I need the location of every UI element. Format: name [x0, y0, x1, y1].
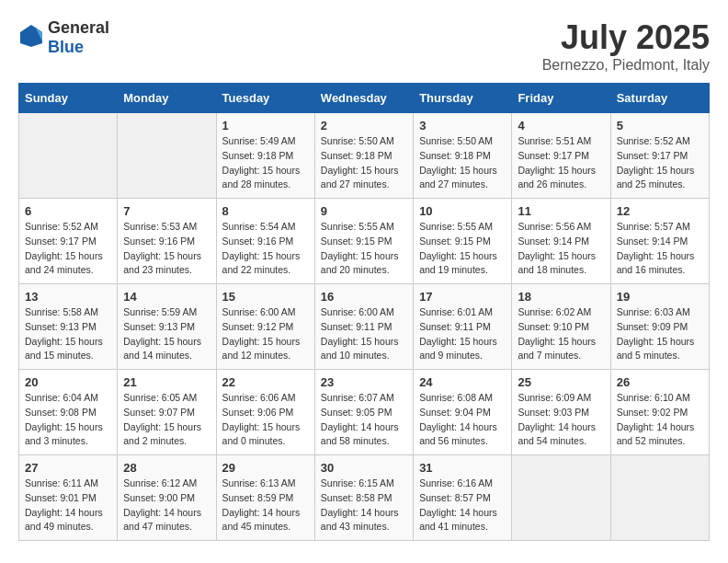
calendar-cell: 16Sunrise: 6:00 AMSunset: 9:11 PMDayligh…	[314, 284, 413, 370]
day-info: Sunrise: 6:08 AMSunset: 9:04 PMDaylight:…	[419, 391, 506, 449]
day-number: 30	[321, 461, 407, 475]
calendar-cell	[610, 455, 709, 541]
day-info: Sunrise: 5:50 AMSunset: 9:18 PMDaylight:…	[419, 134, 506, 192]
day-number: 7	[123, 204, 210, 218]
calendar-cell: 31Sunrise: 6:16 AMSunset: 8:57 PMDayligh…	[414, 455, 512, 541]
calendar-cell: 8Sunrise: 5:54 AMSunset: 9:16 PMDaylight…	[216, 199, 314, 284]
day-info: Sunrise: 6:03 AMSunset: 9:09 PMDaylight:…	[617, 305, 703, 363]
day-number: 24	[419, 375, 506, 389]
calendar-header-row: SundayMondayTuesdayWednesdayThursdayFrid…	[19, 84, 710, 113]
header-thursday: Thursday	[414, 84, 512, 113]
day-number: 3	[419, 119, 506, 132]
day-info: Sunrise: 5:55 AMSunset: 9:15 PMDaylight:…	[419, 220, 506, 278]
header-friday: Friday	[512, 84, 610, 113]
day-info: Sunrise: 5:59 AMSunset: 9:13 PMDaylight:…	[123, 305, 210, 363]
calendar-cell: 20Sunrise: 6:04 AMSunset: 9:08 PMDayligh…	[19, 370, 118, 455]
calendar-cell: 29Sunrise: 6:13 AMSunset: 8:59 PMDayligh…	[216, 455, 314, 541]
calendar-cell: 7Sunrise: 5:53 AMSunset: 9:16 PMDaylight…	[118, 199, 216, 284]
day-info: Sunrise: 6:02 AMSunset: 9:10 PMDaylight:…	[518, 305, 604, 363]
calendar-cell: 24Sunrise: 6:08 AMSunset: 9:04 PMDayligh…	[414, 370, 512, 455]
day-number: 15	[222, 290, 309, 304]
calendar-cell: 3Sunrise: 5:50 AMSunset: 9:18 PMDaylight…	[414, 113, 512, 199]
calendar-cell: 26Sunrise: 6:10 AMSunset: 9:02 PMDayligh…	[610, 370, 709, 455]
day-number: 16	[321, 290, 407, 304]
day-info: Sunrise: 5:57 AMSunset: 9:14 PMDaylight:…	[617, 220, 703, 278]
logo-text: General Blue	[48, 18, 109, 57]
calendar-cell	[512, 455, 610, 541]
day-info: Sunrise: 6:00 AMSunset: 9:12 PMDaylight:…	[222, 305, 309, 363]
calendar-cell: 27Sunrise: 6:11 AMSunset: 9:01 PMDayligh…	[19, 455, 118, 541]
calendar-cell: 21Sunrise: 6:05 AMSunset: 9:07 PMDayligh…	[118, 370, 216, 455]
day-info: Sunrise: 6:12 AMSunset: 9:00 PMDaylight:…	[123, 477, 210, 534]
day-number: 11	[518, 204, 604, 218]
day-number: 28	[123, 461, 210, 475]
calendar-cell: 4Sunrise: 5:51 AMSunset: 9:17 PMDaylight…	[512, 113, 610, 199]
day-number: 12	[617, 204, 703, 218]
day-number: 21	[123, 375, 210, 389]
day-info: Sunrise: 5:56 AMSunset: 9:14 PMDaylight:…	[518, 220, 604, 278]
calendar-cell: 13Sunrise: 5:58 AMSunset: 9:13 PMDayligh…	[19, 284, 118, 370]
day-info: Sunrise: 5:55 AMSunset: 9:15 PMDaylight:…	[321, 220, 407, 278]
title-area: July 2025 Bernezzo, Piedmont, Italy	[542, 18, 710, 74]
location-title: Bernezzo, Piedmont, Italy	[542, 57, 710, 74]
calendar-cell: 17Sunrise: 6:01 AMSunset: 9:11 PMDayligh…	[414, 284, 512, 370]
calendar-cell: 22Sunrise: 6:06 AMSunset: 9:06 PMDayligh…	[216, 370, 314, 455]
calendar-cell: 15Sunrise: 6:00 AMSunset: 9:12 PMDayligh…	[216, 284, 314, 370]
svg-marker-0	[20, 25, 42, 47]
calendar-week-4: 20Sunrise: 6:04 AMSunset: 9:08 PMDayligh…	[19, 370, 710, 455]
day-info: Sunrise: 6:16 AMSunset: 8:57 PMDaylight:…	[419, 477, 506, 534]
day-info: Sunrise: 6:04 AMSunset: 9:08 PMDaylight:…	[25, 391, 111, 449]
calendar-week-5: 27Sunrise: 6:11 AMSunset: 9:01 PMDayligh…	[19, 455, 710, 541]
calendar-cell: 9Sunrise: 5:55 AMSunset: 9:15 PMDaylight…	[314, 199, 413, 284]
calendar-week-1: 1Sunrise: 5:49 AMSunset: 9:18 PMDaylight…	[19, 113, 710, 199]
day-info: Sunrise: 6:13 AMSunset: 8:59 PMDaylight:…	[222, 477, 309, 534]
calendar-cell: 10Sunrise: 5:55 AMSunset: 9:15 PMDayligh…	[414, 199, 512, 284]
day-number: 31	[419, 461, 506, 475]
day-info: Sunrise: 6:11 AMSunset: 9:01 PMDaylight:…	[25, 477, 111, 534]
day-info: Sunrise: 6:09 AMSunset: 9:03 PMDaylight:…	[518, 391, 604, 449]
header-sunday: Sunday	[19, 84, 118, 113]
day-number: 20	[25, 375, 111, 389]
calendar-week-3: 13Sunrise: 5:58 AMSunset: 9:13 PMDayligh…	[19, 284, 710, 370]
day-number: 1	[222, 119, 309, 132]
calendar-cell: 28Sunrise: 6:12 AMSunset: 9:00 PMDayligh…	[118, 455, 216, 541]
day-info: Sunrise: 6:05 AMSunset: 9:07 PMDaylight:…	[123, 391, 210, 449]
calendar-cell: 12Sunrise: 5:57 AMSunset: 9:14 PMDayligh…	[610, 199, 709, 284]
calendar-cell: 23Sunrise: 6:07 AMSunset: 9:05 PMDayligh…	[314, 370, 413, 455]
day-info: Sunrise: 5:52 AMSunset: 9:17 PMDaylight:…	[25, 220, 111, 278]
day-number: 25	[518, 375, 604, 389]
day-info: Sunrise: 5:58 AMSunset: 9:13 PMDaylight:…	[25, 305, 111, 363]
calendar-cell	[19, 113, 118, 199]
calendar-cell: 30Sunrise: 6:15 AMSunset: 8:58 PMDayligh…	[314, 455, 413, 541]
day-info: Sunrise: 5:50 AMSunset: 9:18 PMDaylight:…	[321, 134, 407, 192]
calendar-cell: 11Sunrise: 5:56 AMSunset: 9:14 PMDayligh…	[512, 199, 610, 284]
day-number: 14	[123, 290, 210, 304]
calendar-cell: 6Sunrise: 5:52 AMSunset: 9:17 PMDaylight…	[19, 199, 118, 284]
day-number: 10	[419, 204, 506, 218]
day-number: 4	[518, 119, 604, 132]
day-number: 5	[617, 119, 703, 132]
day-info: Sunrise: 5:52 AMSunset: 9:17 PMDaylight:…	[617, 134, 703, 192]
header-wednesday: Wednesday	[314, 84, 413, 113]
calendar-cell: 1Sunrise: 5:49 AMSunset: 9:18 PMDaylight…	[216, 113, 314, 199]
calendar-cell: 2Sunrise: 5:50 AMSunset: 9:18 PMDaylight…	[314, 113, 413, 199]
calendar-cell: 14Sunrise: 5:59 AMSunset: 9:13 PMDayligh…	[118, 284, 216, 370]
day-number: 2	[321, 119, 407, 132]
day-number: 22	[222, 375, 309, 389]
day-info: Sunrise: 6:10 AMSunset: 9:02 PMDaylight:…	[617, 391, 703, 449]
day-number: 26	[617, 375, 703, 389]
header-monday: Monday	[118, 84, 216, 113]
header-tuesday: Tuesday	[216, 84, 314, 113]
day-number: 27	[25, 461, 111, 475]
calendar-cell: 5Sunrise: 5:52 AMSunset: 9:17 PMDaylight…	[610, 113, 709, 199]
day-number: 23	[321, 375, 407, 389]
day-number: 29	[222, 461, 309, 475]
day-info: Sunrise: 6:00 AMSunset: 9:11 PMDaylight:…	[321, 305, 407, 363]
page-header: General Blue July 2025 Bernezzo, Piedmon…	[18, 18, 710, 74]
day-info: Sunrise: 6:01 AMSunset: 9:11 PMDaylight:…	[419, 305, 506, 363]
day-info: Sunrise: 5:54 AMSunset: 9:16 PMDaylight:…	[222, 220, 309, 278]
day-number: 6	[25, 204, 111, 218]
day-number: 17	[419, 290, 506, 304]
header-saturday: Saturday	[610, 84, 709, 113]
calendar-cell: 25Sunrise: 6:09 AMSunset: 9:03 PMDayligh…	[512, 370, 610, 455]
